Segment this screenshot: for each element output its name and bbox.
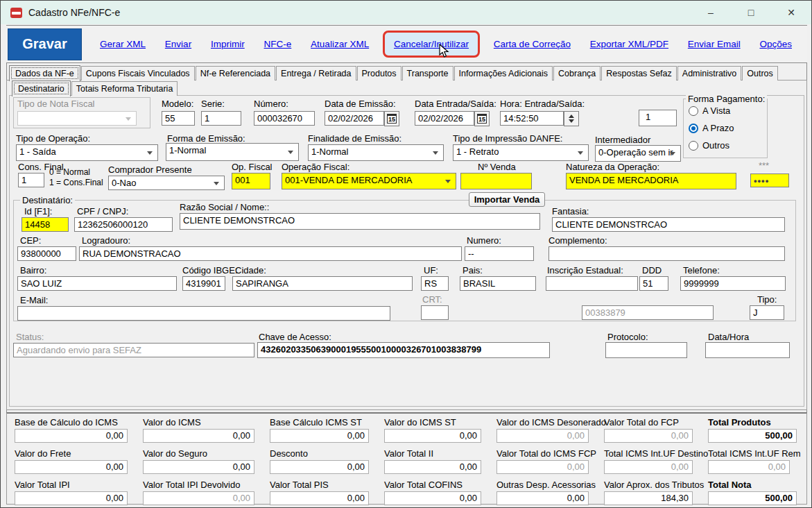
total-value[interactable]: 500,00	[708, 491, 797, 505]
toolbar-link-nfc-e[interactable]: NFC-e	[264, 39, 292, 49]
tab-cupons-fiscais-vinculados[interactable]: Cupons Fiscais Vinculados	[81, 66, 195, 81]
complemento-field[interactable]	[548, 246, 785, 261]
intermediador-select[interactable]: 0-Operação sem ir	[595, 145, 681, 162]
data-entrada-calendar-button[interactable]: 15	[474, 111, 490, 126]
tab-nf-e-referenciada[interactable]: Nf-e Referenciada	[196, 66, 275, 81]
pais-field[interactable]: BRASIL	[460, 276, 536, 291]
telefone-field[interactable]: 9999999	[680, 276, 786, 291]
toolbar-link-enviar[interactable]: Enviar	[165, 39, 191, 49]
tab-produtos[interactable]: Produtos	[357, 66, 401, 81]
total-value[interactable]: 0,00	[708, 460, 790, 474]
cons-final-field[interactable]: 1	[18, 173, 44, 187]
tipo-impressao-danfe-select[interactable]: 1 - Retrato	[453, 144, 589, 161]
data-emissao-calendar-button[interactable]: 15	[384, 111, 399, 126]
forma-emissao-select[interactable]: 1-Normal	[166, 143, 299, 161]
radio-a-vista[interactable]: A Vista	[689, 105, 730, 116]
serie-field[interactable]: 1	[201, 111, 241, 126]
total-value[interactable]: 0,00	[15, 460, 128, 474]
operacao-fiscal-select[interactable]: 001-VENDA DE MERCADORIA	[282, 173, 456, 189]
data-emissao-field[interactable]: 02/02/2026	[325, 111, 384, 126]
razao-social-field[interactable]: CLIENTE DEMONSTRCAO	[180, 213, 540, 230]
tab-outros[interactable]: Outros	[742, 66, 778, 81]
tab-entrega-retirada[interactable]: Entrega / Retirada	[276, 66, 356, 81]
total-value[interactable]: 184,30	[604, 491, 693, 505]
radio-outros[interactable]: Outros	[689, 140, 729, 151]
toolbar-link-enviar-email[interactable]: Enviar Email	[688, 39, 741, 49]
inscricao-estadual-field[interactable]	[546, 276, 638, 291]
toolbar-link-cancelar-inutilizar[interactable]: Cancelar/Inutilizar	[383, 31, 480, 58]
status-field[interactable]: Aguardando envio para SEFAZ	[13, 343, 254, 357]
total-value[interactable]: 0,00	[15, 491, 128, 505]
cpf-cnpj-field[interactable]: 12362506000120	[74, 217, 173, 232]
natureza-operacao-field[interactable]: VENDA DE MERCADORIA	[566, 173, 736, 189]
total-value[interactable]: 0,00	[143, 491, 254, 505]
toolbar-link-imprimir[interactable]: Imprimir	[211, 39, 245, 49]
toolbar-link-opcoes[interactable]: Opções	[759, 39, 792, 49]
total-value[interactable]: 0,00	[384, 429, 481, 443]
chave-acesso-field[interactable]: 4326020335063900019555001000032670100383…	[257, 342, 550, 358]
tab-respostas-sefaz[interactable]: Respostas Sefaz	[601, 66, 677, 81]
tab-transporte[interactable]: Transporte	[402, 66, 453, 81]
toolbar-link-gerar-xml[interactable]: Gerar XML	[100, 39, 146, 49]
total-value[interactable]: 0,00	[604, 429, 693, 443]
total-value[interactable]: 0,00	[270, 429, 369, 443]
ddd-field[interactable]: 51	[639, 276, 668, 291]
logradouro-field[interactable]: RUA DEMONSTRACAO	[79, 246, 462, 261]
protocolo-field[interactable]	[605, 342, 687, 358]
hora-spinner-button[interactable]	[564, 111, 579, 126]
hora-entrada-saida-field[interactable]: 14:52:50	[500, 111, 564, 126]
total-value[interactable]: 0,00	[143, 429, 254, 443]
total-value[interactable]: 0,00	[143, 460, 254, 474]
total-value[interactable]: 0,00	[384, 491, 481, 505]
data-entrada-saida-field[interactable]: 02/02/2026	[415, 111, 474, 126]
toolbar-link-carta-de-correcao[interactable]: Carta de Correção	[494, 39, 571, 49]
total-value[interactable]: 0,00	[496, 460, 589, 474]
total-value[interactable]: 0,00	[496, 429, 589, 443]
total-value[interactable]: 0,00	[15, 429, 128, 443]
modelo-field[interactable]: 55	[162, 111, 195, 126]
tipo-pessoa-field[interactable]: J	[750, 305, 784, 320]
codigo-ibge-field[interactable]: 4319901	[182, 276, 225, 291]
finalidade-emissao-select[interactable]: 1-Normal	[308, 144, 444, 161]
total-value[interactable]: 0,00	[270, 491, 369, 505]
tipo-operacao-select[interactable]: 1 - Saída	[16, 144, 158, 161]
total-value[interactable]: 500,00	[708, 429, 797, 443]
toolbar-link-exportar-xml-pdf[interactable]: Exportar XML/PDF	[590, 39, 668, 49]
total-value[interactable]: 0,00	[604, 460, 693, 474]
data-hora-field[interactable]	[705, 342, 790, 358]
comprador-presente-select[interactable]: 0-Nao	[108, 176, 225, 190]
radio-a-prazo[interactable]: A Prazo	[689, 123, 734, 133]
tipo-nota-fiscal-select[interactable]	[17, 111, 137, 126]
total-value[interactable]: 0,00	[384, 460, 481, 474]
op-fiscal-field[interactable]: 001	[232, 173, 270, 189]
total-label: Valor Total IPI	[15, 480, 143, 490]
subtab-totais-reforma-tributaria[interactable]: Totais Reforma Tributaria	[71, 81, 178, 96]
tab-administrativo[interactable]: Administrativo	[677, 66, 742, 81]
tab-dados-da-nf-e[interactable]: Dados da NF-e	[9, 65, 80, 81]
fantasia-field[interactable]: CLIENTE DEMONSTRCAO	[552, 217, 785, 232]
maximize-icon[interactable]: □	[731, 1, 771, 24]
total-value[interactable]: 0,00	[496, 491, 589, 505]
close-icon[interactable]: ✕	[771, 1, 811, 24]
email-field[interactable]	[17, 306, 390, 321]
campo-oculto-field[interactable]: ••••	[750, 173, 789, 187]
tab-informacoes-adicionais[interactable]: Informações Adicionais	[454, 66, 553, 81]
bairro-field[interactable]: SAO LUIZ	[17, 276, 177, 291]
numero-venda-field[interactable]	[460, 173, 532, 189]
total-value[interactable]: 0,00	[270, 460, 369, 474]
subtab-destinatario[interactable]: Destinatario	[12, 81, 71, 96]
gravar-button[interactable]: Gravar	[8, 28, 82, 60]
crt-field[interactable]	[421, 305, 449, 320]
importar-venda-button[interactable]: Importar Venda	[469, 192, 545, 207]
numero-field[interactable]: 000032670	[254, 111, 315, 126]
toolbar-link-atualizar-xml[interactable]: Atualizar XML	[311, 39, 369, 49]
numero-endereco-field[interactable]: --	[465, 246, 534, 261]
cep-field[interactable]: 93800000	[17, 246, 76, 261]
cidade-field[interactable]: SAPIRANGA	[232, 276, 413, 291]
destinatario-id-field[interactable]: 14458	[21, 217, 69, 232]
codigo-interno-field[interactable]: 00383879	[582, 305, 714, 320]
uf-field[interactable]: RS	[421, 276, 449, 291]
indicador-field[interactable]: 1	[639, 110, 677, 126]
minimize-icon[interactable]: –	[691, 1, 731, 24]
tab-cobranca[interactable]: Cobrança	[553, 66, 601, 81]
